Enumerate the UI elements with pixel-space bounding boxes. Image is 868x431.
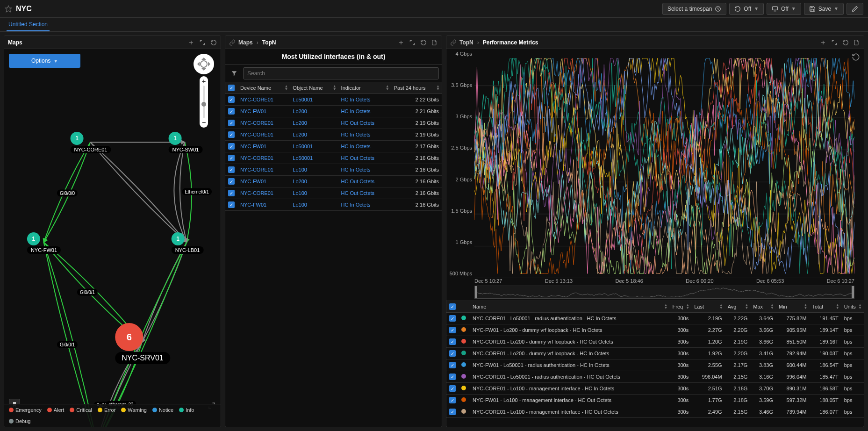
row-checkbox[interactable]: ✓ — [449, 350, 456, 357]
indicator-link[interactable]: HC Out Octets — [341, 120, 375, 126]
row-checkbox[interactable]: ✓ — [449, 338, 456, 345]
object-link[interactable]: Lo200 — [293, 179, 307, 184]
chart-overview[interactable] — [474, 286, 854, 299]
filter-button[interactable] — [228, 67, 240, 79]
indicator-link[interactable]: HC In Octets — [341, 202, 371, 208]
table-row[interactable]: ✓ NYC-CORE01 Lo50001 HC In Octets 2.22 G… — [225, 94, 442, 106]
table-row[interactable]: ✓ NYC-FW01 - Lo200 - dummy vrf loopback … — [446, 324, 864, 336]
device-link[interactable]: NYC-CORE01 — [240, 132, 273, 137]
expand-icon[interactable] — [831, 39, 838, 46]
timespan-button[interactable]: Select a timespan — [662, 3, 726, 15]
row-checkbox[interactable]: ✓ — [228, 190, 235, 196]
object-link[interactable]: Lo100 — [293, 190, 307, 196]
indicator-link[interactable]: HC In Octets — [341, 108, 371, 114]
device-link[interactable]: NYC-CORE01 — [240, 190, 273, 196]
topn-col-header[interactable]: Indicator▲▼ — [338, 82, 391, 94]
indicator-link[interactable]: HC Out Octets — [341, 190, 375, 196]
table-row[interactable]: ✓ NYC-CORE01 Lo200 HC In Octets 2.19 Gbi… — [225, 129, 442, 141]
device-link[interactable]: NYC-CORE01 — [240, 167, 273, 172]
table-row[interactable]: ✓ NYC-FW01 - Lo50001 - radius authentica… — [446, 359, 864, 371]
overview-handle-left[interactable] — [475, 286, 477, 298]
object-link[interactable]: Lo100 — [293, 202, 307, 208]
object-link[interactable]: Lo200 — [293, 132, 307, 137]
perf-col-header[interactable]: Max▲▼ — [750, 301, 776, 313]
refresh-icon[interactable] — [842, 39, 849, 46]
table-row[interactable]: ✓ NYC-CORE01 - Lo50001 - radius authenti… — [446, 313, 864, 324]
device-link[interactable]: NYC-FW01 — [240, 144, 266, 149]
perf-col-header[interactable]: Total▲▼ — [809, 301, 841, 313]
add-icon[interactable] — [188, 39, 194, 46]
object-link[interactable]: Lo200 — [293, 120, 307, 126]
pan-dpad[interactable] — [194, 54, 214, 74]
zoom-track[interactable] — [203, 86, 205, 118]
table-row[interactable]: ✓ NYC-CORE01 Lo100 HC In Octets 2.16 Gbi… — [225, 164, 442, 176]
expand-icon[interactable] — [199, 39, 206, 46]
row-checkbox[interactable]: ✓ — [449, 374, 456, 380]
tab-untitled-section[interactable]: Untitled Section — [7, 18, 50, 31]
zoom-handle[interactable] — [201, 102, 206, 107]
device-link[interactable]: NYC-FW01 — [240, 179, 266, 184]
table-row[interactable]: ✓ NYC-FW01 Lo200 HC In Octets 2.21 Gbits — [225, 106, 442, 117]
overview-handle-right[interactable] — [852, 286, 854, 298]
expand-icon[interactable] — [409, 39, 416, 46]
indicator-link[interactable]: HC In Octets — [341, 167, 371, 172]
pan-right-icon[interactable] — [208, 62, 213, 66]
pan-up-icon[interactable] — [201, 55, 206, 60]
table-row[interactable]: ✓ NYC-CORE01 - Lo100 - management interf… — [446, 406, 864, 418]
zoom-in-button[interactable]: + — [201, 78, 207, 85]
map-node-srv01[interactable]: 6NYC-SRV01 — [115, 323, 170, 364]
table-row[interactable]: ✓ NYC-CORE01 Lo200 HC Out Octets 2.19 Gb… — [225, 117, 442, 129]
object-link[interactable]: Lo200 — [293, 108, 307, 114]
edit-button[interactable] — [846, 3, 863, 15]
perf-col-header[interactable]: Freq▲▼ — [670, 301, 692, 313]
row-checkbox[interactable]: ✓ — [449, 315, 456, 322]
object-link[interactable]: Lo50001 — [293, 155, 313, 161]
perf-col-header[interactable]: Min▲▼ — [776, 301, 809, 313]
table-row[interactable]: ✓ NYC-FW01 Lo100 HC In Octets 2.16 Gbits — [225, 199, 442, 211]
select-all-checkbox[interactable]: ✓ — [449, 303, 456, 310]
device-link[interactable]: NYC-FW01 — [240, 202, 266, 208]
add-icon[interactable] — [820, 39, 826, 46]
add-icon[interactable] — [398, 39, 404, 46]
perf-col-header[interactable]: Name▲▼ — [470, 301, 670, 313]
map-node-lb01[interactable]: 1NYC-LB01 — [172, 232, 204, 254]
map-node-core01[interactable]: 1NYC-CORE01 — [71, 132, 111, 153]
device-link[interactable]: NYC-CORE01 — [240, 97, 273, 102]
row-checkbox[interactable]: ✓ — [228, 155, 235, 161]
table-row[interactable]: ✓ NYC-CORE01 - Lo200 - dummy vrf loopbac… — [446, 336, 864, 348]
topn-col-header[interactable]: Device Name▲▼ — [237, 82, 290, 94]
chart-refresh-icon[interactable] — [852, 53, 860, 61]
row-checkbox[interactable]: ✓ — [228, 96, 235, 103]
device-link[interactable]: NYC-CORE01 — [240, 155, 273, 161]
row-checkbox[interactable]: ✓ — [449, 362, 456, 368]
chart-area[interactable]: 4 Gbps3.5 Gbps3 Gbps2.5 Gbps2 Gbps1.5 Gb… — [446, 49, 864, 278]
row-checkbox[interactable]: ✓ — [228, 131, 235, 138]
row-checkbox[interactable]: ✓ — [449, 409, 456, 415]
monitor-off-button[interactable]: Off ▼ — [767, 3, 801, 15]
row-checkbox[interactable]: ✓ — [449, 327, 456, 333]
row-checkbox[interactable]: ✓ — [228, 108, 235, 115]
refresh-icon[interactable] — [210, 39, 217, 46]
refresh-off-button[interactable]: Off ▼ — [729, 3, 764, 15]
map-node-sw01[interactable]: 1NYC-SW01 — [169, 132, 203, 153]
indicator-link[interactable]: HC Out Octets — [341, 155, 375, 161]
row-checkbox[interactable]: ✓ — [228, 120, 235, 126]
favorite-star-icon[interactable] — [5, 5, 12, 13]
topn-col-header[interactable]: Past 24 hours▲▼ — [391, 82, 442, 94]
map-node-fw01[interactable]: 1NYC-FW01 — [27, 232, 61, 254]
row-checkbox[interactable]: ✓ — [449, 385, 456, 392]
performance-chart[interactable] — [474, 54, 854, 278]
table-row[interactable]: ✓ NYC-CORE01 Lo50001 HC Out Octets 2.16 … — [225, 152, 442, 164]
table-row[interactable]: ✓ NYC-CORE01 - Lo100 - management interf… — [446, 383, 864, 395]
perf-col-header[interactable]: Last▲▼ — [691, 301, 725, 313]
pan-down-icon[interactable] — [201, 68, 206, 73]
perf-table-wrap[interactable]: ✓Name▲▼Freq▲▼Last▲▼Avg▲▼Max▲▼Min▲▼Total▲… — [446, 301, 864, 427]
pan-left-icon[interactable] — [195, 62, 200, 66]
search-input[interactable] — [243, 67, 439, 79]
table-row[interactable]: ✓ NYC-CORE01 Lo100 HC Out Octets 2.16 Gb… — [225, 187, 442, 199]
export-icon[interactable] — [431, 39, 438, 46]
indicator-link[interactable]: HC In Octets — [341, 97, 371, 102]
pan-center-icon[interactable] — [200, 60, 208, 68]
table-row[interactable]: ✓ NYC-FW01 Lo50001 HC In Octets 2.17 Gbi… — [225, 141, 442, 152]
row-checkbox[interactable]: ✓ — [228, 201, 235, 208]
